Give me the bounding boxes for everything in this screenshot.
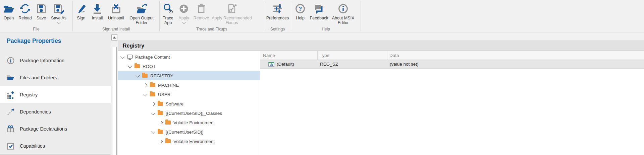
chevron-right-icon[interactable]: [143, 83, 148, 87]
tree-item-currentusersid-classes[interactable]: [{CurrentUserSID}]_Classes: [118, 108, 260, 118]
sidebar-item-package-information[interactable]: Package Information: [0, 52, 111, 69]
sidebar-item-label: Package Information: [20, 58, 64, 63]
value-type: REG_SZ: [317, 62, 387, 67]
computer-icon: [127, 54, 133, 60]
chevron-down-icon[interactable]: [151, 129, 155, 134]
sidebar-item-registry[interactable]: Registry: [0, 86, 111, 103]
tree-item-root[interactable]: ROOT: [118, 62, 260, 71]
help-button[interactable]: ? Help: [292, 1, 309, 20]
save-icon: [36, 2, 47, 16]
main-top-strip: [118, 32, 644, 41]
open-folder-icon: [3, 2, 14, 16]
ribbon-group-trace-fixups: Trace App Apply Remove Apply Recommend: [160, 0, 264, 32]
tree-item-user[interactable]: USER: [118, 90, 260, 99]
tree-item-package-content[interactable]: Package Content: [118, 52, 260, 62]
chevron-down-icon[interactable]: [136, 73, 140, 77]
uninstall-button[interactable]: Uninstall: [106, 1, 126, 20]
folder-icon: [150, 92, 155, 96]
registry-tree: Package Content ROOT REGISTRY MACHINE: [118, 51, 260, 155]
ribbon-spacer: [361, 0, 644, 32]
chevron-right-icon[interactable]: [151, 102, 155, 106]
preferences-button[interactable]: Preferences: [265, 1, 290, 20]
sign-button[interactable]: Sign: [73, 1, 89, 20]
folder-icon: [135, 64, 140, 68]
ribbon-group-label: Sign and Install: [73, 27, 159, 31]
value-name: (Default): [277, 62, 294, 67]
folder-icon: [150, 83, 155, 87]
sidebar-item-label: Dependencies: [20, 109, 51, 114]
column-header-data[interactable]: Data: [387, 51, 644, 60]
ribbon-toolbar: Open Reload Save Save As: [0, 0, 644, 32]
apply-button[interactable]: Apply: [176, 1, 192, 23]
ribbon-group-label: Trace and Fixups: [160, 27, 264, 31]
feedback-button[interactable]: Feedback: [309, 1, 329, 20]
tree-item-volatile-environment-classes[interactable]: Volatile Environment: [118, 118, 260, 127]
apply-plus-icon: [178, 2, 190, 16]
ribbon-group-sign-install: Sign Install Uninstall Open Output Folde…: [73, 0, 159, 32]
chevron-down-icon[interactable]: [128, 64, 132, 68]
column-header-name[interactable]: Name: [260, 51, 317, 60]
install-button[interactable]: Install: [89, 1, 106, 20]
chevron-down-icon: [57, 21, 60, 24]
trace-app-button[interactable]: Trace App: [160, 1, 176, 25]
sidebar-item-files-and-folders[interactable]: Files and Folders: [0, 69, 111, 86]
about-msix-editor-button[interactable]: About MSIX Editor: [329, 1, 357, 25]
chevron-down-icon[interactable]: [151, 110, 155, 115]
uninstall-x-icon: [110, 2, 122, 16]
chevron-right-icon[interactable]: [159, 139, 163, 144]
apply-recommended-fixups-button[interactable]: Apply Recommended Fixups: [211, 1, 253, 25]
chevron-down-icon[interactable]: [120, 54, 124, 59]
sidebar-scrollbar[interactable]: [111, 32, 118, 155]
scroll-up-button[interactable]: [111, 34, 117, 41]
sidebar-item-dependencies[interactable]: Dependencies: [0, 103, 111, 120]
checkbox-icon: [7, 142, 15, 150]
remove-button[interactable]: Remove: [192, 1, 211, 20]
table-row[interactable]: ab (Default) REG_SZ (value not set): [260, 60, 644, 69]
ribbon-group-label: File: [0, 27, 72, 31]
folder-icon: [165, 121, 171, 125]
save-as-icon: [53, 2, 65, 16]
sidebar-divider: [0, 154, 111, 155]
registry-title: Registry: [123, 43, 144, 49]
sidebar-item-label: Registry: [20, 92, 38, 97]
open-output-folder-button[interactable]: Open Output Folder: [126, 1, 157, 25]
dependency-arrow-icon: [7, 108, 15, 116]
reload-button[interactable]: Reload: [17, 1, 34, 20]
folder-icon: [158, 111, 163, 115]
registry-grid-icon: [7, 91, 15, 99]
sidebar-item-label: Capabilities: [20, 143, 45, 149]
open-button[interactable]: Open: [1, 1, 17, 20]
tree-item-currentusersid[interactable]: [{CurrentUserSID}]: [118, 127, 260, 137]
scroll-up-arrow-icon: [113, 36, 116, 38]
registry-values-table: Name Type Data ab (Default) REG_SZ (valu…: [260, 51, 644, 155]
recommended-fixups-icon: [226, 2, 238, 16]
save-as-button[interactable]: Save As: [49, 1, 68, 23]
folder-icon: [7, 74, 15, 82]
sign-pencil-icon: [75, 2, 87, 16]
tree-item-volatile-environment[interactable]: Volatile Environment: [118, 137, 260, 146]
registry-title-bar: Registry: [118, 41, 644, 51]
chevron-down-icon[interactable]: [143, 92, 148, 96]
sidebar-item-package-declarations[interactable]: Package Declarations: [0, 120, 111, 137]
help-circle-icon: ?: [294, 2, 306, 16]
reload-icon: [19, 2, 31, 16]
column-header-type[interactable]: Type: [317, 51, 387, 60]
remove-trash-icon: [196, 2, 207, 16]
ribbon-group-label: Help: [291, 27, 361, 31]
scroll-thumb[interactable]: [112, 47, 117, 155]
about-info-icon: [337, 2, 349, 16]
sidebar-item-capabilities[interactable]: Capabilities: [0, 137, 111, 154]
sidebar-package-properties: Package Properties Package Information F…: [0, 32, 111, 155]
reg-sz-ab-icon: ab: [268, 62, 274, 67]
tree-item-software[interactable]: Software: [118, 99, 260, 108]
value-data: (value not set): [387, 62, 644, 67]
gift-box-icon: [7, 125, 15, 133]
page-title: Package Properties: [0, 32, 111, 52]
save-button[interactable]: Save: [34, 1, 49, 20]
chevron-right-icon[interactable]: [159, 121, 163, 125]
tree-item-registry[interactable]: REGISTRY: [118, 71, 260, 80]
folder-icon: [158, 102, 163, 106]
table-header-row: Name Type Data: [260, 51, 644, 60]
tree-item-machine[interactable]: MACHINE: [118, 80, 260, 90]
chevron-down-icon: [182, 21, 185, 24]
